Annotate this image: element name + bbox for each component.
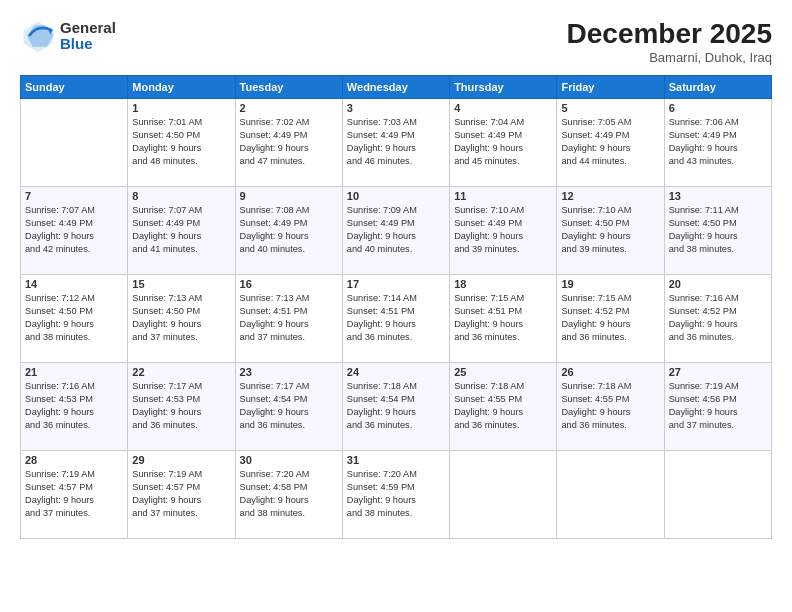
day-info: Sunrise: 7:17 AMSunset: 4:53 PMDaylight:… [132, 380, 230, 432]
calendar-week-row: 1Sunrise: 7:01 AMSunset: 4:50 PMDaylight… [21, 99, 772, 187]
day-info: Sunrise: 7:09 AMSunset: 4:49 PMDaylight:… [347, 204, 445, 256]
day-number: 14 [25, 278, 123, 290]
page: General Blue December 2025 Bamarni, Duho… [0, 0, 792, 612]
day-info: Sunrise: 7:19 AMSunset: 4:56 PMDaylight:… [669, 380, 767, 432]
day-number: 6 [669, 102, 767, 114]
day-info: Sunrise: 7:13 AMSunset: 4:50 PMDaylight:… [132, 292, 230, 344]
day-info: Sunrise: 7:05 AMSunset: 4:49 PMDaylight:… [561, 116, 659, 168]
calendar-cell: 13Sunrise: 7:11 AMSunset: 4:50 PMDayligh… [664, 187, 771, 275]
day-info: Sunrise: 7:18 AMSunset: 4:55 PMDaylight:… [454, 380, 552, 432]
logo-blue: Blue [60, 36, 116, 53]
day-info: Sunrise: 7:18 AMSunset: 4:55 PMDaylight:… [561, 380, 659, 432]
day-info: Sunrise: 7:18 AMSunset: 4:54 PMDaylight:… [347, 380, 445, 432]
day-info: Sunrise: 7:12 AMSunset: 4:50 PMDaylight:… [25, 292, 123, 344]
calendar-cell: 4Sunrise: 7:04 AMSunset: 4:49 PMDaylight… [450, 99, 557, 187]
calendar-week-row: 14Sunrise: 7:12 AMSunset: 4:50 PMDayligh… [21, 275, 772, 363]
day-number: 5 [561, 102, 659, 114]
day-number: 19 [561, 278, 659, 290]
logo-text: General Blue [60, 20, 116, 53]
day-number: 12 [561, 190, 659, 202]
header: General Blue December 2025 Bamarni, Duho… [20, 18, 772, 65]
calendar-cell: 15Sunrise: 7:13 AMSunset: 4:50 PMDayligh… [128, 275, 235, 363]
calendar-cell: 27Sunrise: 7:19 AMSunset: 4:56 PMDayligh… [664, 363, 771, 451]
day-number: 28 [25, 454, 123, 466]
calendar: SundayMondayTuesdayWednesdayThursdayFrid… [20, 75, 772, 539]
day-info: Sunrise: 7:16 AMSunset: 4:52 PMDaylight:… [669, 292, 767, 344]
day-number: 17 [347, 278, 445, 290]
day-number: 21 [25, 366, 123, 378]
day-info: Sunrise: 7:06 AMSunset: 4:49 PMDaylight:… [669, 116, 767, 168]
calendar-cell [664, 451, 771, 539]
day-info: Sunrise: 7:10 AMSunset: 4:50 PMDaylight:… [561, 204, 659, 256]
day-info: Sunrise: 7:02 AMSunset: 4:49 PMDaylight:… [240, 116, 338, 168]
calendar-body: 1Sunrise: 7:01 AMSunset: 4:50 PMDaylight… [21, 99, 772, 539]
day-info: Sunrise: 7:04 AMSunset: 4:49 PMDaylight:… [454, 116, 552, 168]
day-number: 23 [240, 366, 338, 378]
calendar-cell: 16Sunrise: 7:13 AMSunset: 4:51 PMDayligh… [235, 275, 342, 363]
logo-general: General [60, 20, 116, 37]
calendar-cell: 5Sunrise: 7:05 AMSunset: 4:49 PMDaylight… [557, 99, 664, 187]
calendar-cell: 11Sunrise: 7:10 AMSunset: 4:49 PMDayligh… [450, 187, 557, 275]
calendar-cell: 20Sunrise: 7:16 AMSunset: 4:52 PMDayligh… [664, 275, 771, 363]
day-info: Sunrise: 7:03 AMSunset: 4:49 PMDaylight:… [347, 116, 445, 168]
calendar-cell: 9Sunrise: 7:08 AMSunset: 4:49 PMDaylight… [235, 187, 342, 275]
calendar-week-row: 28Sunrise: 7:19 AMSunset: 4:57 PMDayligh… [21, 451, 772, 539]
day-number: 10 [347, 190, 445, 202]
day-number: 8 [132, 190, 230, 202]
day-number: 25 [454, 366, 552, 378]
calendar-cell: 29Sunrise: 7:19 AMSunset: 4:57 PMDayligh… [128, 451, 235, 539]
weekday-header-cell: Sunday [21, 76, 128, 99]
calendar-cell: 10Sunrise: 7:09 AMSunset: 4:49 PMDayligh… [342, 187, 449, 275]
calendar-week-row: 21Sunrise: 7:16 AMSunset: 4:53 PMDayligh… [21, 363, 772, 451]
day-number: 31 [347, 454, 445, 466]
logo-icon [20, 18, 56, 54]
day-info: Sunrise: 7:01 AMSunset: 4:50 PMDaylight:… [132, 116, 230, 168]
calendar-cell [450, 451, 557, 539]
weekday-header-cell: Friday [557, 76, 664, 99]
calendar-cell: 7Sunrise: 7:07 AMSunset: 4:49 PMDaylight… [21, 187, 128, 275]
day-info: Sunrise: 7:19 AMSunset: 4:57 PMDaylight:… [25, 468, 123, 520]
day-info: Sunrise: 7:11 AMSunset: 4:50 PMDaylight:… [669, 204, 767, 256]
location: Bamarni, Duhok, Iraq [567, 50, 772, 65]
weekday-header-cell: Tuesday [235, 76, 342, 99]
calendar-cell: 24Sunrise: 7:18 AMSunset: 4:54 PMDayligh… [342, 363, 449, 451]
day-info: Sunrise: 7:20 AMSunset: 4:59 PMDaylight:… [347, 468, 445, 520]
day-number: 4 [454, 102, 552, 114]
logo: General Blue [20, 18, 116, 54]
day-info: Sunrise: 7:16 AMSunset: 4:53 PMDaylight:… [25, 380, 123, 432]
calendar-cell: 14Sunrise: 7:12 AMSunset: 4:50 PMDayligh… [21, 275, 128, 363]
day-number: 15 [132, 278, 230, 290]
day-number: 18 [454, 278, 552, 290]
calendar-cell: 19Sunrise: 7:15 AMSunset: 4:52 PMDayligh… [557, 275, 664, 363]
calendar-cell: 23Sunrise: 7:17 AMSunset: 4:54 PMDayligh… [235, 363, 342, 451]
day-number: 13 [669, 190, 767, 202]
day-info: Sunrise: 7:07 AMSunset: 4:49 PMDaylight:… [132, 204, 230, 256]
calendar-cell: 22Sunrise: 7:17 AMSunset: 4:53 PMDayligh… [128, 363, 235, 451]
day-number: 2 [240, 102, 338, 114]
calendar-cell: 2Sunrise: 7:02 AMSunset: 4:49 PMDaylight… [235, 99, 342, 187]
day-number: 7 [25, 190, 123, 202]
calendar-week-row: 7Sunrise: 7:07 AMSunset: 4:49 PMDaylight… [21, 187, 772, 275]
calendar-cell [21, 99, 128, 187]
day-info: Sunrise: 7:13 AMSunset: 4:51 PMDaylight:… [240, 292, 338, 344]
day-info: Sunrise: 7:15 AMSunset: 4:52 PMDaylight:… [561, 292, 659, 344]
day-number: 1 [132, 102, 230, 114]
calendar-cell: 12Sunrise: 7:10 AMSunset: 4:50 PMDayligh… [557, 187, 664, 275]
day-number: 20 [669, 278, 767, 290]
day-info: Sunrise: 7:08 AMSunset: 4:49 PMDaylight:… [240, 204, 338, 256]
day-number: 11 [454, 190, 552, 202]
calendar-cell: 8Sunrise: 7:07 AMSunset: 4:49 PMDaylight… [128, 187, 235, 275]
calendar-cell: 28Sunrise: 7:19 AMSunset: 4:57 PMDayligh… [21, 451, 128, 539]
day-info: Sunrise: 7:10 AMSunset: 4:49 PMDaylight:… [454, 204, 552, 256]
weekday-header-cell: Monday [128, 76, 235, 99]
title-block: December 2025 Bamarni, Duhok, Iraq [567, 18, 772, 65]
day-number: 22 [132, 366, 230, 378]
day-info: Sunrise: 7:19 AMSunset: 4:57 PMDaylight:… [132, 468, 230, 520]
day-number: 16 [240, 278, 338, 290]
day-info: Sunrise: 7:07 AMSunset: 4:49 PMDaylight:… [25, 204, 123, 256]
calendar-cell: 21Sunrise: 7:16 AMSunset: 4:53 PMDayligh… [21, 363, 128, 451]
month-title: December 2025 [567, 18, 772, 50]
calendar-cell: 18Sunrise: 7:15 AMSunset: 4:51 PMDayligh… [450, 275, 557, 363]
calendar-cell: 26Sunrise: 7:18 AMSunset: 4:55 PMDayligh… [557, 363, 664, 451]
weekday-header-cell: Saturday [664, 76, 771, 99]
